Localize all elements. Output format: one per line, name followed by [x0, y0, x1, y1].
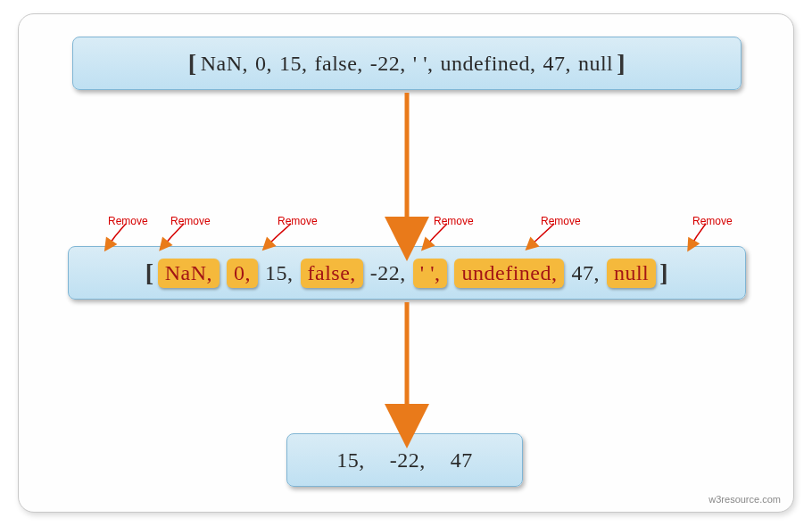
annotated-item-false: false, — [301, 259, 363, 288]
annotated-item-nan: NaN, — [158, 259, 220, 288]
input-item: false, — [315, 52, 363, 76]
input-item: null — [578, 52, 613, 76]
input-item: -22, — [370, 52, 406, 76]
bracket-open: [ — [188, 49, 197, 78]
annotated-item-neg22: -22, — [370, 261, 406, 285]
result-item: 15, — [336, 448, 365, 473]
annotated-item-undefined: undefined, — [454, 259, 564, 288]
annotated-item-47: 47, — [571, 261, 600, 285]
remove-label: Remove — [434, 215, 474, 227]
result-array-box: 15, -22, 47 — [286, 433, 523, 487]
remove-label: Remove — [170, 215, 211, 227]
bracket-open: [ — [145, 259, 154, 287]
annotated-item-empty: ' ', — [413, 259, 448, 288]
input-item: 0, — [255, 52, 272, 76]
remove-label: Remove — [541, 215, 581, 227]
input-item: ' ', — [413, 52, 434, 76]
input-array-box: [ NaN, 0, 15, false, -22, ' ', undefined… — [72, 37, 742, 90]
input-item: NaN, — [201, 52, 248, 76]
bracket-close: ] — [617, 49, 626, 78]
remove-label: Remove — [278, 215, 318, 227]
input-item: undefined, — [440, 52, 535, 76]
remove-label: Remove — [692, 215, 733, 227]
annotated-array-box: [ NaN, 0, 15, false, -22, ' ', undefined… — [68, 246, 746, 300]
input-item: 47, — [543, 52, 571, 76]
annotated-item-zero: 0, — [227, 259, 258, 288]
annotated-item-15: 15, — [265, 261, 294, 285]
attribution-text: w3resource.com — [708, 494, 781, 505]
annotated-item-null: null — [607, 259, 656, 288]
bracket-close: ] — [659, 259, 668, 287]
remove-label: Remove — [108, 215, 148, 227]
result-item: -22, — [390, 448, 426, 473]
input-item: 15, — [279, 52, 308, 76]
result-item: 47 — [451, 448, 473, 473]
diagram-frame: [ NaN, 0, 15, false, -22, ' ', undefined… — [18, 13, 794, 513]
